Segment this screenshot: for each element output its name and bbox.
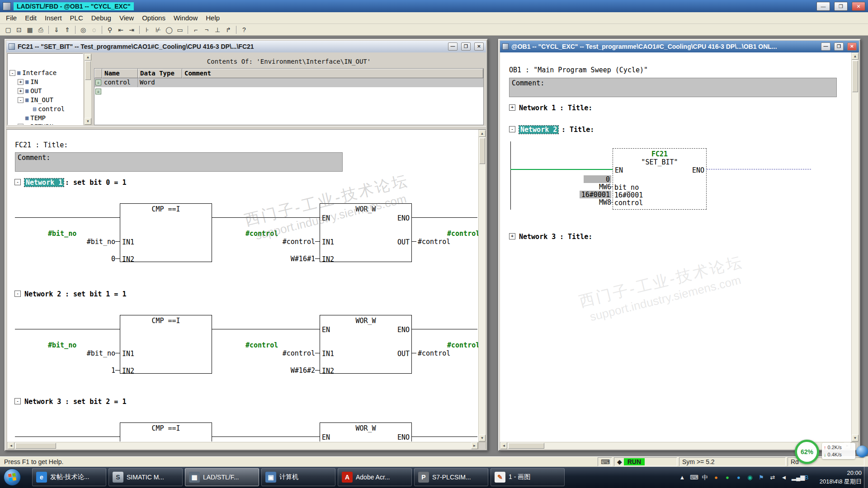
menu-plc[interactable]: PLC [66, 13, 87, 23]
tray-app-icon[interactable]: ● [724, 474, 731, 481]
operand-mw6[interactable]: MW6 [584, 183, 611, 191]
block-comment-box[interactable]: Comment: [15, 152, 343, 172]
network-title[interactable]: : set bit 0 = 1 [65, 178, 126, 187]
safety-tray-icon[interactable]: ◉ [746, 474, 754, 481]
scroll-left-icon[interactable]: ◄ [8, 442, 14, 449]
scroll-left-icon[interactable]: ◄ [500, 442, 507, 449]
operand[interactable]: 0 [70, 255, 115, 263]
taskbar-app-browser[interactable]: e 发帖-技术论... [32, 468, 106, 486]
network-label[interactable]: Network 2 [24, 290, 61, 298]
comment-column-header[interactable]: Comment [182, 69, 483, 78]
menu-view[interactable]: View [115, 13, 138, 23]
menu-debug[interactable]: Debug [87, 13, 115, 23]
operand[interactable]: W#16#2 [270, 366, 315, 375]
taskbar-app-simatic-manager[interactable]: S SIMATIC M... [108, 468, 183, 486]
bluetooth-tray-icon[interactable]: B [803, 474, 810, 481]
block-comment-box[interactable]: Comment: [509, 78, 837, 97]
usb-tray-icon[interactable]: ⇄ [769, 474, 776, 481]
collapse-icon[interactable]: - [14, 398, 21, 404]
cmp-block[interactable]: CMP ==I IN1 IN2 [120, 203, 212, 262]
menu-help[interactable]: Help [202, 13, 224, 23]
operand-mw8[interactable]: MW8 [584, 198, 611, 206]
flag-tray-icon[interactable]: ⚑ [758, 474, 765, 481]
expand-icon[interactable]: + [18, 79, 24, 85]
volume-tray-icon[interactable]: ◄ [780, 474, 788, 481]
branch-open-icon[interactable]: ⌐ [190, 25, 201, 35]
show-desktop-button[interactable] [864, 467, 868, 488]
table-row-empty[interactable]: ≡ [94, 87, 483, 96]
tray-app-icon[interactable]: ● [712, 474, 720, 481]
param-control[interactable]: control [614, 199, 643, 207]
help-cursor-icon[interactable]: ? [239, 25, 250, 35]
scroll-right-icon[interactable]: ► [471, 442, 478, 449]
keyboard-tray-icon[interactable]: ⌨ [690, 474, 697, 481]
tray-app-icon[interactable]: ● [735, 474, 742, 481]
scrollbar-thumb[interactable] [15, 443, 56, 449]
tree-item-temp[interactable]: ▦ TEMP [25, 114, 46, 122]
network-title[interactable]: : set bit 2 = 1 [65, 398, 126, 406]
memory-percent-badge[interactable]: 62% [795, 440, 819, 464]
upload-icon[interactable]: ⇑ [62, 25, 73, 35]
operand[interactable]: #control [270, 238, 315, 246]
cmp-block[interactable]: CMP ==I [120, 422, 212, 441]
t-branch-icon[interactable]: ⊥ [212, 25, 223, 35]
tree-item-interface[interactable]: - ▦ Interface [9, 69, 57, 77]
monitor-on-icon[interactable]: ◎ [78, 25, 89, 35]
icon-column-header[interactable] [94, 69, 102, 78]
cmp-block[interactable]: CMP ==I IN1 IN2 [120, 315, 212, 374]
start-button[interactable] [4, 469, 21, 486]
taskbar-app-acrobat[interactable]: A Adobe Acr... [338, 468, 412, 486]
vertical-scrollbar[interactable]: ▲ ▼ [478, 130, 486, 442]
collapse-icon[interactable]: - [14, 179, 21, 185]
child-minimize-button[interactable]: — [448, 42, 458, 51]
operand[interactable]: #control [270, 349, 315, 357]
hidden-icons-chevron[interactable]: ▲ [679, 474, 686, 481]
contact-nc-icon[interactable]: ⊬ [153, 25, 164, 35]
operand[interactable]: #bit_no [70, 238, 115, 246]
expand-icon[interactable]: + [18, 124, 24, 126]
wor-block[interactable]: WOR_W EN ENO IN1 OUT IN2 [320, 203, 412, 262]
network-label[interactable]: Network 1 [24, 178, 64, 187]
taskbar-app-paint[interactable]: ✎ 1 - 画图 [491, 468, 565, 486]
fc21-window-titlebar[interactable]: FC21 -- "SET_BIT" -- Test_programme\CAO1… [6, 41, 486, 52]
network-label[interactable]: Network 3 [24, 398, 61, 406]
goto-next-icon[interactable]: ⇥ [126, 25, 137, 35]
network-tray-icon[interactable]: ▂▄▆ [792, 474, 799, 481]
scrollbar-thumb[interactable] [852, 61, 858, 92]
scroll-down-icon[interactable]: ▼ [85, 118, 91, 125]
output-operand[interactable]: #control [418, 238, 450, 246]
collapse-icon[interactable]: - [9, 70, 15, 76]
open-file-icon[interactable]: ⊡ [14, 25, 24, 35]
tree-item-in-out[interactable]: - ▦ IN_OUT [18, 96, 53, 104]
network-title[interactable]: : Title: [561, 126, 594, 134]
jump-icon[interactable]: ↱ [223, 25, 234, 35]
network-label[interactable]: Network 1 [519, 104, 556, 112]
ime-tray-icon[interactable]: 中 [701, 474, 708, 482]
menu-options[interactable]: Options [138, 13, 170, 23]
new-file-icon[interactable]: ▢ [3, 25, 14, 35]
scroll-up-icon[interactable]: ▲ [479, 130, 486, 137]
child-minimize-button[interactable]: — [821, 42, 830, 51]
scroll-up-icon[interactable]: ▲ [85, 54, 91, 61]
table-row-selected[interactable]: ≡ control Word [94, 78, 483, 87]
tree-item-control[interactable]: ▤ control [33, 105, 65, 113]
empty-box-icon[interactable]: ▭ [175, 25, 185, 35]
menu-edit[interactable]: Edit [21, 13, 41, 23]
name-column-header[interactable]: Name [102, 69, 138, 78]
child-maximize-button[interactable]: ❐ [461, 42, 471, 51]
expand-icon[interactable]: + [509, 233, 515, 239]
collapse-icon[interactable]: - [18, 97, 24, 103]
taskbar-app-plcsim[interactable]: P S7-PLCSIM... [414, 468, 488, 486]
scroll-down-icon[interactable]: ▼ [479, 435, 486, 441]
param-bitno[interactable]: bit_no [614, 183, 639, 192]
collapse-icon[interactable]: - [509, 126, 515, 132]
child-close-button[interactable]: ✕ [847, 42, 857, 51]
network-title[interactable]: : set bit 1 = 1 [65, 290, 126, 298]
wor-block[interactable]: WOR_W EN ENO IN1 OUT IN2 [320, 315, 412, 374]
network-title[interactable]: : Title: [560, 233, 592, 241]
print-icon[interactable]: ⎙ [35, 25, 46, 35]
maximize-button[interactable]: ❐ [834, 2, 848, 11]
scroll-up-icon[interactable]: ▲ [852, 53, 859, 60]
zoom-icon[interactable]: ⚲ [104, 25, 115, 35]
expand-icon[interactable]: + [509, 104, 515, 111]
